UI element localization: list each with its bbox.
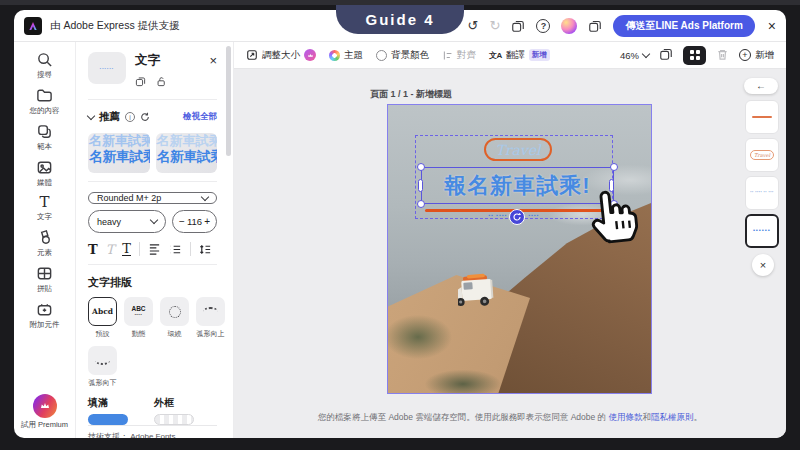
- orange-line-thumb: [752, 116, 772, 118]
- trash-icon[interactable]: [716, 48, 729, 63]
- cloud-storage-disclaimer: 您的檔案將上傳至 Adobe 雲端儲存空間。使用此服務即表示您同意 Adobe …: [244, 412, 776, 424]
- layer-thumbnail-headline-selected[interactable]: ▪▪▪▪▪▪: [745, 214, 779, 248]
- outline-color-swatch[interactable]: [154, 414, 194, 425]
- info-icon[interactable]: i: [125, 112, 135, 122]
- align-text-button[interactable]: [148, 243, 161, 256]
- sidebar-item-search[interactable]: 搜尋: [17, 51, 73, 80]
- resize-handle[interactable]: [417, 200, 425, 208]
- layer-thumbnail-travel[interactable]: Travel: [745, 138, 779, 172]
- chevron-down-icon: [642, 49, 650, 57]
- guide-tab: Guide 4: [336, 5, 464, 34]
- travel-badge[interactable]: Travel: [484, 138, 552, 161]
- text-panel: ▪▪▪▪▪▪ 文字 ×: [76, 42, 234, 438]
- sidebar-item-grid[interactable]: 拼貼: [17, 265, 73, 294]
- refresh-icon[interactable]: [140, 108, 150, 126]
- page-label: 頁面 1 / 1 - 新增標題: [370, 88, 452, 101]
- panel-title: 文字: [135, 52, 160, 69]
- italic-button[interactable]: T: [106, 243, 115, 256]
- close-panel-button[interactable]: ×: [752, 254, 774, 276]
- list-button[interactable]: [169, 243, 182, 256]
- layer-thumbnail-underline[interactable]: [745, 100, 779, 134]
- fill-label: 填滿: [88, 396, 128, 410]
- unlock-icon[interactable]: [156, 73, 167, 91]
- close-window-icon[interactable]: ×: [768, 18, 776, 34]
- panel-scrollbar[interactable]: [226, 46, 231, 434]
- font-family-select[interactable]: Rounded M+ 2p: [88, 192, 217, 204]
- arc-down-icon: [95, 356, 110, 365]
- sidebar-item-media[interactable]: 媒體: [17, 159, 73, 188]
- sidebar-item-elements[interactable]: 元素: [17, 229, 73, 258]
- add-page-button[interactable]: + 新增: [739, 49, 774, 62]
- layout-option-default[interactable]: Abcd 預設: [88, 297, 117, 339]
- back-button[interactable]: ←: [744, 78, 778, 94]
- text-style-preview-1[interactable]: 名新車試乘 名新車試乘: [88, 133, 150, 173]
- ai-assistant-icon[interactable]: [561, 18, 577, 34]
- text-style-preview-2[interactable]: 名新車試乘 名新車試乘: [156, 133, 218, 173]
- theme-button[interactable]: 主題: [329, 49, 363, 62]
- size-decrease-button[interactable]: −: [179, 216, 185, 227]
- underline-button[interactable]: T: [122, 242, 131, 256]
- window-icon[interactable]: [588, 19, 602, 33]
- layout-option-arc-up[interactable]: 弧形向上: [196, 297, 225, 339]
- camper-van: [458, 271, 520, 313]
- help-icon[interactable]: ?: [536, 19, 550, 33]
- sidebar-item-premium[interactable]: 試用 Premium: [17, 394, 73, 430]
- terms-link[interactable]: 使用條款: [608, 412, 642, 422]
- folder-icon: [36, 87, 53, 104]
- translate-button[interactable]: 文A 翻譯 新增: [489, 49, 550, 62]
- size-increase-button[interactable]: +: [204, 216, 210, 227]
- plus-icon: +: [739, 49, 751, 61]
- premium-crown-icon: [304, 49, 316, 61]
- sidebar-item-your-content[interactable]: 您的內容: [17, 87, 73, 116]
- recommended-label: 推薦: [99, 110, 120, 124]
- bold-button[interactable]: T: [88, 243, 98, 256]
- selected-element-thumbnail: ▪▪▪▪▪▪: [88, 52, 126, 84]
- chevron-down-icon: [150, 216, 158, 224]
- translate-icon: 文A: [489, 50, 502, 61]
- zoom-control[interactable]: 46%: [620, 50, 649, 61]
- layer-thumbnail-caption[interactable]: ▪▪ ▪▪▪▪ ▪▪ ▪▪▪: [745, 176, 779, 210]
- sidebar-item-templates[interactable]: 範本: [17, 123, 73, 152]
- font-weight-select[interactable]: heavy: [88, 210, 166, 233]
- line-spacing-button[interactable]: [199, 243, 212, 256]
- layout-option-dynamic[interactable]: ABC▪▪▪▪ 動態: [124, 297, 153, 339]
- panel-close-icon[interactable]: ×: [209, 53, 217, 68]
- search-icon: [36, 51, 53, 68]
- crown-icon: [33, 394, 57, 418]
- duplicate-element-icon[interactable]: [135, 73, 146, 91]
- design-canvas[interactable]: Travel 報名新車試乘! ▪▪ ▪▪▪▪ ▪▪ ▪▪▪ ▪▪▪▪: [387, 104, 652, 394]
- pages-view-toggle[interactable]: [683, 46, 706, 65]
- templates-icon: [36, 123, 53, 140]
- duplicate-page-icon[interactable]: [659, 47, 673, 63]
- arc-up-icon: [203, 307, 218, 316]
- sidebar-item-text[interactable]: T 文字: [17, 195, 73, 222]
- travel-text: Travel: [495, 142, 540, 158]
- addons-icon: [36, 301, 53, 318]
- redo-icon[interactable]: ↻: [489, 19, 500, 32]
- layout-option-wrap[interactable]: 環繞: [160, 297, 189, 339]
- align-button[interactable]: 對齊: [442, 49, 476, 62]
- shapes-icon: [36, 229, 53, 246]
- privacy-link[interactable]: 隱私權原則: [651, 412, 694, 422]
- powered-by-label: 由 Adobe Express 提供支援: [50, 19, 180, 33]
- rotate-handle[interactable]: [509, 209, 525, 225]
- duplicate-icon[interactable]: [511, 19, 525, 33]
- sidebar-item-addons[interactable]: 附加元件: [17, 301, 73, 330]
- send-to-line-ads-button[interactable]: 傳送至LINE Ads Platform: [613, 15, 754, 37]
- circle-path-icon: [169, 306, 181, 318]
- undo-icon[interactable]: ↺: [468, 19, 479, 32]
- fill-color-swatch[interactable]: [88, 414, 128, 425]
- color-wheel-icon: [329, 50, 340, 61]
- collapse-chevron-icon[interactable]: [87, 111, 95, 119]
- background-color-button[interactable]: 背景顏色: [376, 49, 429, 62]
- layout-option-arc-down[interactable]: 弧形向下: [88, 346, 117, 388]
- hand-cursor: [583, 180, 648, 252]
- resize-button[interactable]: 調整大小: [246, 49, 316, 62]
- font-size-value[interactable]: 116: [187, 216, 202, 227]
- outline-label: 外框: [154, 396, 194, 410]
- side-handle[interactable]: [418, 179, 423, 192]
- canvas-area: 調整大小 主題 背景顏色 對齊: [234, 42, 786, 438]
- view-all-link[interactable]: 檢視全部: [183, 111, 217, 123]
- resize-handle[interactable]: [417, 163, 425, 171]
- resize-handle[interactable]: [610, 163, 618, 171]
